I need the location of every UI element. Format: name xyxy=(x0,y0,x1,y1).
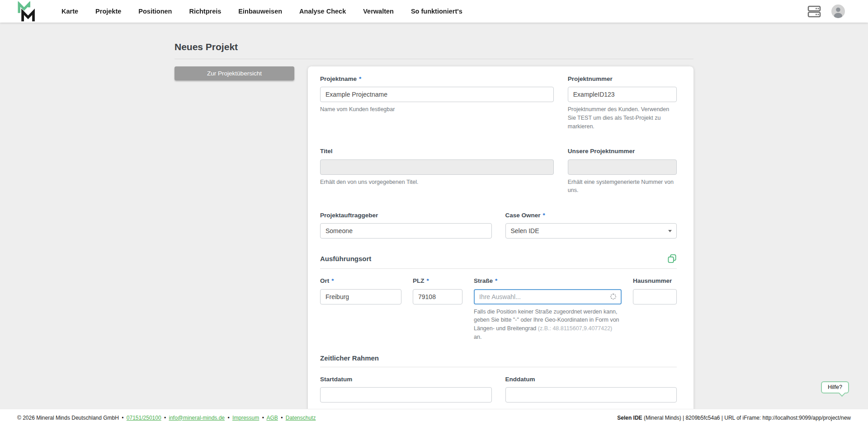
field-strasse: Straße * Ihre Auswahl... Falls die Posit… xyxy=(474,277,622,341)
unsere-projektnummer-input xyxy=(568,159,677,175)
field-projektnummer: Projektnummer Projektnummer des Kunden. … xyxy=(568,75,677,131)
strasse-input[interactable]: Ihre Auswahl... xyxy=(474,289,622,304)
case-owner-select[interactable]: Selen IDE xyxy=(505,223,677,239)
footer-link-impressum[interactable]: Impressum xyxy=(232,415,259,421)
footer: © 2026 Mineral Minds Deutschland GmbH • … xyxy=(0,409,868,426)
copy-location-icon[interactable] xyxy=(667,254,677,263)
top-navbar: Karte Projekte Positionen Richtpreis Ein… xyxy=(0,0,868,23)
footer-left: © 2026 Mineral Minds Deutschland GmbH • … xyxy=(17,415,316,421)
nav-item-verwalten[interactable]: Verwalten xyxy=(363,8,394,15)
nav-item-projekte[interactable]: Projekte xyxy=(95,8,121,15)
nav-item-positionen[interactable]: Positionen xyxy=(138,8,172,15)
section-divider xyxy=(320,268,677,269)
field-ort: Ort * xyxy=(320,277,401,341)
footer-copyright: © 2026 Mineral Minds Deutschland GmbH xyxy=(17,415,119,421)
ort-input[interactable] xyxy=(320,289,401,304)
ausfuehrungsort-title: Ausführungsort xyxy=(320,255,371,262)
enddatum-label: Enddatum xyxy=(505,376,677,383)
title-divider xyxy=(175,59,693,59)
nav-item-einbauweisen[interactable]: Einbauweisen xyxy=(238,8,282,15)
unsere-projektnummer-label: Unsere Projektnummer xyxy=(568,148,677,155)
section-ausfuehrungsort-header: Ausführungsort xyxy=(320,254,677,263)
field-unsere-projektnummer: Unsere Projektnummer Erhält eine systemg… xyxy=(568,148,677,195)
case-owner-selected-value: Selen IDE xyxy=(511,227,539,234)
projektname-input[interactable] xyxy=(320,87,554,102)
titel-input xyxy=(320,159,554,175)
field-enddatum: Enddatum xyxy=(505,376,677,403)
section-zeitlicher-rahmen-header: Zeitlicher Rahmen xyxy=(320,354,677,362)
unsere-projektnummer-helper: Erhält eine systemgenerierte Nummer von … xyxy=(568,178,677,195)
enddatum-input[interactable] xyxy=(505,387,677,403)
startdatum-label: Startdatum xyxy=(320,376,492,383)
footer-link-agb[interactable]: AGB xyxy=(267,415,278,421)
nav-item-richtpreis[interactable]: Richtpreis xyxy=(189,8,221,15)
projektauftraggeber-input[interactable] xyxy=(320,223,492,239)
footer-user-name: Selen IDE xyxy=(617,415,642,421)
page-title: Neues Projekt xyxy=(175,42,693,52)
field-plz: PLZ * xyxy=(413,277,462,341)
field-hausnummer: Hausnummer xyxy=(633,277,677,341)
required-asterisk: * xyxy=(543,212,545,219)
case-owner-label: Case Owner * xyxy=(505,212,677,219)
project-overview-button[interactable]: Zur Projektübersicht xyxy=(175,66,294,80)
user-avatar-icon[interactable] xyxy=(831,4,845,19)
field-startdatum: Startdatum xyxy=(320,376,492,403)
new-project-form-card: Projektname * Name vom Kunden festlegbar… xyxy=(308,66,693,415)
startdatum-input[interactable] xyxy=(320,387,492,403)
help-button[interactable]: Hilfe? xyxy=(821,381,849,393)
hausnummer-label: Hausnummer xyxy=(633,277,677,285)
strasse-placeholder: Ihre Auswahl... xyxy=(479,293,521,300)
projektauftraggeber-label: Projektauftraggeber xyxy=(320,212,492,219)
titel-label: Titel xyxy=(320,148,554,155)
strasse-label: Straße * xyxy=(474,277,622,285)
ort-label: Ort * xyxy=(320,277,401,285)
required-asterisk: * xyxy=(427,277,429,285)
projektnummer-input[interactable] xyxy=(568,87,677,102)
navbar-right-icons xyxy=(807,4,845,19)
plz-input[interactable] xyxy=(413,289,462,304)
loading-spinner-icon xyxy=(610,294,616,300)
chevron-down-icon xyxy=(668,230,672,232)
main-content: Neues Projekt Zur Projektübersicht Proje… xyxy=(175,0,693,426)
projektnummer-helper: Projektnummer des Kunden. Verwenden Sie … xyxy=(568,105,677,131)
main-navigation: Karte Projekte Positionen Richtpreis Ein… xyxy=(61,8,462,15)
server-icon[interactable] xyxy=(807,5,821,18)
required-asterisk: * xyxy=(359,75,361,83)
footer-link-email[interactable]: info@mineral-minds.de xyxy=(169,415,225,421)
footer-session-info: Selen IDE (Mineral Minds) | 8209b5fc54a6… xyxy=(617,415,851,421)
section-divider xyxy=(320,367,677,367)
required-asterisk: * xyxy=(331,277,334,285)
projektnummer-label: Projektnummer xyxy=(568,75,677,83)
projektname-label: Projektname * xyxy=(320,75,554,83)
plz-label: PLZ * xyxy=(413,277,462,285)
zeitlicher-rahmen-title: Zeitlicher Rahmen xyxy=(320,354,379,362)
left-column: Zur Projektübersicht xyxy=(175,66,294,80)
field-projektauftraggeber: Projektauftraggeber xyxy=(320,212,492,239)
mineral-minds-logo-icon[interactable] xyxy=(17,1,36,22)
strasse-helper: Falls die Position keiner Straße zugeord… xyxy=(474,308,622,342)
required-asterisk: * xyxy=(495,277,497,285)
nav-item-analyse-check[interactable]: Analyse Check xyxy=(299,8,346,15)
projektname-helper: Name vom Kunden festlegbar xyxy=(320,105,554,114)
field-case-owner: Case Owner * Selen IDE xyxy=(505,212,677,239)
field-projektname: Projektname * Name vom Kunden festlegbar xyxy=(320,75,554,131)
nav-item-karte[interactable]: Karte xyxy=(61,8,78,15)
hausnummer-input[interactable] xyxy=(633,289,677,304)
footer-link-datenschutz[interactable]: Datenschutz xyxy=(286,415,316,421)
nav-item-so-funktionierts[interactable]: So funktioniert's xyxy=(411,8,462,15)
titel-helper: Erhält den von uns vorgegebenen Titel. xyxy=(320,178,554,187)
field-titel: Titel Erhält den von uns vorgegebenen Ti… xyxy=(320,148,554,195)
footer-link-phone[interactable]: 07151/250100 xyxy=(127,415,161,421)
